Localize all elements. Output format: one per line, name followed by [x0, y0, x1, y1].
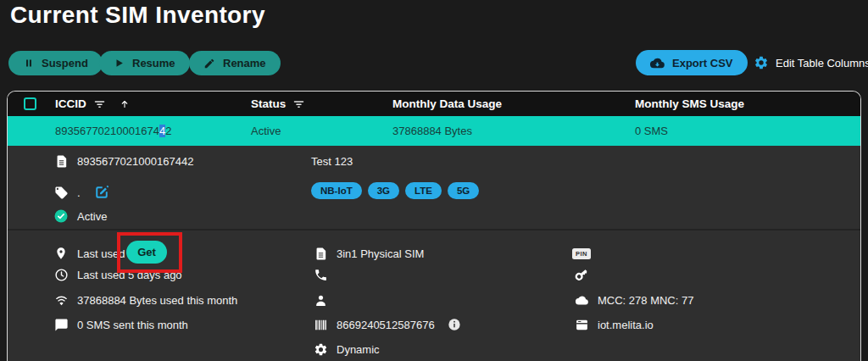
select-all-checkbox[interactable]	[24, 97, 36, 110]
key-icon	[572, 265, 591, 284]
column-header-status[interactable]: Status	[251, 92, 305, 116]
detail-tag: .	[52, 183, 111, 202]
detail-name-value: Test 123	[311, 155, 353, 168]
detail-location: Last used in	[52, 244, 136, 263]
location-pin-icon	[52, 244, 70, 263]
edit-tag-button[interactable]	[92, 183, 111, 202]
detail-last-used: Last used 5 days ago	[52, 265, 182, 284]
info-icon[interactable]	[445, 315, 464, 334]
detail-network-codes: MCC: 278 MNC: 77	[572, 291, 693, 309]
iccid-cell: 8935677021000167442	[55, 116, 171, 146]
get-location-button[interactable]: Get	[126, 241, 167, 264]
detail-puk	[572, 265, 591, 284]
export-csv-button[interactable]: Export CSV	[636, 50, 748, 75]
chat-bubble-icon	[52, 315, 70, 334]
detail-status-value: Active	[77, 210, 107, 223]
detail-data-used-value: 37868884 Bytes used this month	[77, 294, 237, 307]
sim-table-panel: ICCID Status Monthly Data Usage Monthly …	[7, 91, 861, 361]
sim-table-row-selected[interactable]: 8935677021000167442 Active 37868884 Byte…	[8, 116, 860, 146]
status-cell: Active	[251, 116, 281, 146]
table-header-row: ICCID Status Monthly Data Usage Monthly …	[8, 92, 860, 116]
badge-5g: 5G	[448, 182, 479, 199]
pin-badge-icon: PIN	[572, 244, 591, 263]
pause-icon	[23, 54, 34, 73]
filter-icon[interactable]	[292, 95, 305, 114]
browser-window-icon	[572, 315, 591, 334]
detail-apn: iot.melita.io	[572, 315, 654, 334]
filter-icon[interactable]	[93, 95, 106, 114]
suspend-button[interactable]: Suspend	[8, 51, 103, 75]
detail-user	[311, 291, 330, 309]
detail-ip-allocation-value: Dynamic	[337, 343, 380, 356]
detail-last-used-value: Last used 5 days ago	[77, 269, 182, 281]
person-icon	[311, 291, 330, 309]
data-usage-header-label: Monthly Data Usage	[392, 97, 502, 110]
edit-icon	[92, 183, 111, 202]
barcode-icon	[311, 315, 330, 334]
detail-status: Active	[52, 207, 107, 225]
detail-pin: PIN	[572, 244, 591, 263]
iccid-after-selection: 2	[165, 125, 171, 137]
column-header-iccid[interactable]: ICCID	[55, 92, 130, 116]
sms-usage-header-label: Monthly SMS Usage	[635, 97, 744, 110]
detail-phone	[311, 265, 330, 284]
sim-card-icon	[311, 244, 330, 263]
badge-lte: LTE	[405, 182, 442, 199]
detail-data-used: 37868884 Bytes used this month	[52, 291, 237, 309]
page-title: Current SIM Inventory	[10, 2, 265, 29]
resume-label: Resume	[132, 57, 175, 69]
pin-badge-label: PIN	[572, 248, 591, 259]
sim-details-panel: 8935677021000167442 Test 123 .	[8, 146, 860, 361]
detail-sim-type-value: 3in1 Physical SIM	[337, 247, 424, 260]
badge-3g: 3G	[368, 182, 399, 199]
section-divider	[8, 229, 860, 230]
gear-icon	[754, 53, 769, 72]
check-circle-icon	[52, 207, 70, 225]
detail-tag-value: .	[77, 186, 81, 199]
detail-imei-value: 8669240512587676	[337, 319, 435, 331]
badge-nbiot: NB-IoT	[311, 182, 362, 199]
detail-iccid-value: 8935677021000167442	[77, 155, 193, 168]
wifi-icon	[52, 291, 70, 309]
iccid-before-selection: 89356770210001674	[55, 125, 159, 137]
sim-card-icon	[52, 152, 70, 170]
tag-icon	[52, 183, 70, 202]
detail-network-codes-value: MCC: 278 MNC: 77	[598, 294, 693, 307]
rename-label: Rename	[223, 57, 266, 69]
suspend-label: Suspend	[42, 57, 88, 69]
pencil-icon	[203, 54, 215, 73]
cloud-icon	[572, 291, 591, 309]
play-icon	[114, 54, 125, 73]
resume-button[interactable]: Resume	[99, 51, 190, 75]
iccid-header-label: ICCID	[55, 97, 86, 110]
sort-ascending-icon[interactable]	[120, 95, 130, 114]
detail-iccid: 8935677021000167442	[52, 152, 193, 170]
clock-icon	[52, 265, 70, 284]
export-csv-label: Export CSV	[672, 57, 733, 69]
detail-imei: 8669240512587676	[311, 315, 464, 334]
phone-icon	[311, 265, 330, 284]
detail-sim-type: 3in1 Physical SIM	[311, 244, 424, 263]
gear-icon	[311, 340, 330, 358]
status-header-label: Status	[251, 97, 286, 110]
data-usage-cell: 37868884 Bytes	[392, 116, 472, 146]
detail-apn-value: iot.melita.io	[598, 319, 654, 331]
sim-inventory-screen: Current SIM Inventory Suspend Resume Ren…	[0, 0, 868, 361]
column-header-sms-usage[interactable]: Monthly SMS Usage	[635, 92, 744, 116]
rename-button[interactable]: Rename	[189, 51, 281, 75]
network-badges: NB-IoT 3G LTE 5G	[311, 182, 479, 199]
sms-usage-cell: 0 SMS	[635, 116, 668, 146]
edit-table-columns-button[interactable]: Edit Table Columns	[754, 54, 868, 71]
detail-sms-sent: 0 SMS sent this month	[52, 315, 188, 334]
column-header-data-usage[interactable]: Monthly Data Usage	[392, 92, 502, 116]
detail-sms-sent-value: 0 SMS sent this month	[77, 319, 188, 331]
detail-ip-allocation: Dynamic	[311, 340, 380, 358]
cloud-download-icon	[650, 53, 665, 72]
edit-columns-label: Edit Table Columns	[776, 57, 868, 69]
detail-name: Test 123	[311, 152, 353, 170]
